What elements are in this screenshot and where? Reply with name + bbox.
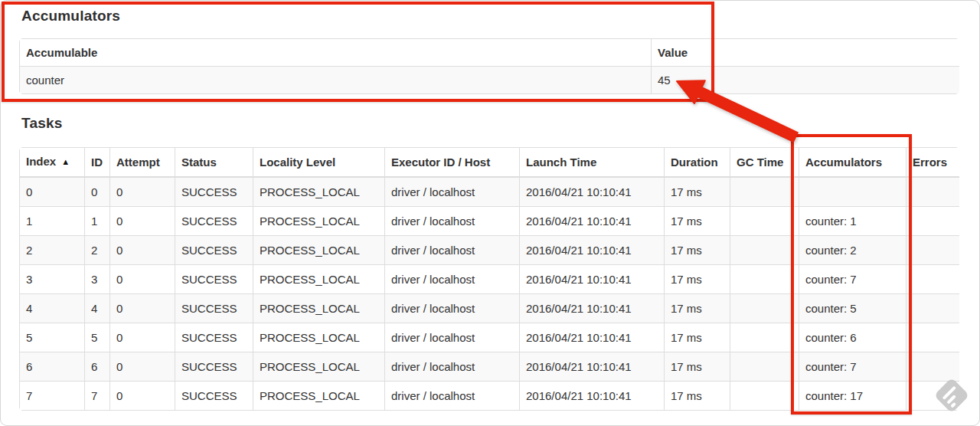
attempt-column-header[interactable]: Attempt bbox=[110, 148, 175, 178]
task-launch-time-cell: 2016/04/21 10:10:41 bbox=[520, 323, 665, 352]
id-column-header[interactable]: ID bbox=[85, 148, 110, 178]
task-gc-time-cell bbox=[730, 294, 799, 323]
task-accumulators-cell: counter: 7 bbox=[799, 265, 906, 294]
task-launch-time-cell: 2016/04/21 10:10:41 bbox=[520, 382, 665, 411]
tasks-table-header-row: Index▲ ID Attempt Status Locality Level … bbox=[20, 148, 960, 178]
task-gc-time-cell bbox=[730, 207, 799, 236]
task-status-cell: SUCCESS bbox=[175, 236, 253, 265]
task-row: 5 5 0 SUCCESS PROCESS_LOCAL driver / loc… bbox=[20, 323, 960, 352]
task-index-cell: 1 bbox=[20, 207, 85, 236]
accumulators-column-header[interactable]: Accumulators bbox=[799, 148, 906, 178]
task-id-cell: 1 bbox=[85, 207, 110, 236]
task-index-cell: 3 bbox=[20, 265, 85, 294]
task-status-cell: SUCCESS bbox=[175, 265, 253, 294]
task-index-cell: 2 bbox=[20, 236, 85, 265]
task-executor-cell: driver / localhost bbox=[385, 352, 520, 382]
task-gc-time-cell bbox=[730, 236, 799, 265]
task-errors-cell bbox=[906, 323, 960, 352]
task-launch-time-cell: 2016/04/21 10:10:41 bbox=[520, 177, 665, 207]
task-accumulators-cell: counter: 2 bbox=[799, 236, 906, 265]
task-errors-cell bbox=[906, 207, 960, 236]
task-index-cell: 0 bbox=[20, 177, 85, 207]
errors-column-header[interactable]: Errors bbox=[906, 148, 960, 178]
launch-time-column-header[interactable]: Launch Time bbox=[520, 148, 665, 178]
accumulators-table-body: counter 45 bbox=[20, 67, 960, 94]
task-id-cell: 5 bbox=[85, 323, 110, 352]
task-status-cell: SUCCESS bbox=[175, 352, 253, 382]
accumulators-section-heading: Accumulators bbox=[21, 8, 120, 25]
task-accumulators-cell: counter: 7 bbox=[799, 352, 906, 382]
accumulable-value-cell: 45 bbox=[652, 67, 960, 94]
task-duration-cell: 17 ms bbox=[665, 323, 730, 352]
task-locality-cell: PROCESS_LOCAL bbox=[253, 177, 385, 207]
task-row: 1 1 0 SUCCESS PROCESS_LOCAL driver / loc… bbox=[20, 207, 960, 236]
task-status-cell: SUCCESS bbox=[175, 382, 253, 411]
accumulators-table: Accumulable Value counter 45 bbox=[19, 38, 959, 94]
task-attempt-cell: 0 bbox=[110, 294, 175, 323]
task-duration-cell: 17 ms bbox=[665, 382, 730, 411]
task-index-cell: 5 bbox=[20, 323, 85, 352]
task-locality-cell: PROCESS_LOCAL bbox=[253, 236, 385, 265]
task-executor-cell: driver / localhost bbox=[385, 177, 520, 207]
task-index-cell: 6 bbox=[20, 352, 85, 382]
task-status-cell: SUCCESS bbox=[175, 177, 253, 207]
task-executor-cell: driver / localhost bbox=[385, 236, 520, 265]
spark-ui-page: Accumulators Accumulable Value counter 4… bbox=[0, 0, 980, 426]
task-errors-cell bbox=[906, 265, 960, 294]
locality-level-column-header[interactable]: Locality Level bbox=[253, 148, 385, 178]
task-duration-cell: 17 ms bbox=[665, 352, 730, 382]
sort-ascending-icon: ▲ bbox=[61, 155, 70, 169]
task-executor-cell: driver / localhost bbox=[385, 265, 520, 294]
task-errors-cell bbox=[906, 294, 960, 323]
value-column-header[interactable]: Value bbox=[652, 39, 960, 67]
task-accumulators-cell: counter: 5 bbox=[799, 294, 906, 323]
task-accumulators-cell bbox=[799, 177, 906, 207]
task-row: 0 0 0 SUCCESS PROCESS_LOCAL driver / loc… bbox=[20, 177, 960, 207]
task-index-cell: 4 bbox=[20, 294, 85, 323]
task-locality-cell: PROCESS_LOCAL bbox=[253, 352, 385, 382]
task-executor-cell: driver / localhost bbox=[385, 207, 520, 236]
task-row: 4 4 0 SUCCESS PROCESS_LOCAL driver / loc… bbox=[20, 294, 960, 323]
task-gc-time-cell bbox=[730, 323, 799, 352]
accumulable-column-header[interactable]: Accumulable bbox=[20, 39, 652, 67]
task-index-cell: 7 bbox=[20, 382, 85, 411]
task-launch-time-cell: 2016/04/21 10:10:41 bbox=[520, 294, 665, 323]
task-errors-cell bbox=[906, 236, 960, 265]
task-id-cell: 2 bbox=[85, 236, 110, 265]
tasks-table-body: 0 0 0 SUCCESS PROCESS_LOCAL driver / loc… bbox=[20, 177, 960, 411]
task-status-cell: SUCCESS bbox=[175, 323, 253, 352]
task-id-cell: 4 bbox=[85, 294, 110, 323]
task-duration-cell: 17 ms bbox=[665, 294, 730, 323]
task-gc-time-cell bbox=[730, 382, 799, 411]
accumulator-row: counter 45 bbox=[20, 67, 960, 94]
task-attempt-cell: 0 bbox=[110, 352, 175, 382]
task-duration-cell: 17 ms bbox=[665, 265, 730, 294]
task-row: 3 3 0 SUCCESS PROCESS_LOCAL driver / loc… bbox=[20, 265, 960, 294]
index-column-header[interactable]: Index▲ bbox=[20, 148, 85, 178]
task-accumulators-cell: counter: 1 bbox=[799, 207, 906, 236]
status-column-header[interactable]: Status bbox=[175, 148, 253, 178]
task-launch-time-cell: 2016/04/21 10:10:41 bbox=[520, 207, 665, 236]
accumulators-table-header-row: Accumulable Value bbox=[20, 39, 960, 67]
tasks-section-heading: Tasks bbox=[21, 115, 62, 132]
task-duration-cell: 17 ms bbox=[665, 177, 730, 207]
task-status-cell: SUCCESS bbox=[175, 207, 253, 236]
accumulable-name-cell: counter bbox=[20, 67, 652, 94]
task-locality-cell: PROCESS_LOCAL bbox=[253, 265, 385, 294]
task-launch-time-cell: 2016/04/21 10:10:41 bbox=[520, 236, 665, 265]
gc-time-column-header[interactable]: GC Time bbox=[730, 148, 799, 178]
task-executor-cell: driver / localhost bbox=[385, 323, 520, 352]
task-id-cell: 3 bbox=[85, 265, 110, 294]
task-attempt-cell: 0 bbox=[110, 323, 175, 352]
executor-id-host-column-header[interactable]: Executor ID / Host bbox=[385, 148, 520, 178]
task-locality-cell: PROCESS_LOCAL bbox=[253, 323, 385, 352]
task-launch-time-cell: 2016/04/21 10:10:41 bbox=[520, 265, 665, 294]
tasks-table: Index▲ ID Attempt Status Locality Level … bbox=[19, 147, 959, 411]
task-attempt-cell: 0 bbox=[110, 207, 175, 236]
task-attempt-cell: 0 bbox=[110, 236, 175, 265]
task-duration-cell: 17 ms bbox=[665, 236, 730, 265]
task-gc-time-cell bbox=[730, 265, 799, 294]
task-locality-cell: PROCESS_LOCAL bbox=[253, 382, 385, 411]
duration-column-header[interactable]: Duration bbox=[665, 148, 730, 178]
task-gc-time-cell bbox=[730, 352, 799, 382]
